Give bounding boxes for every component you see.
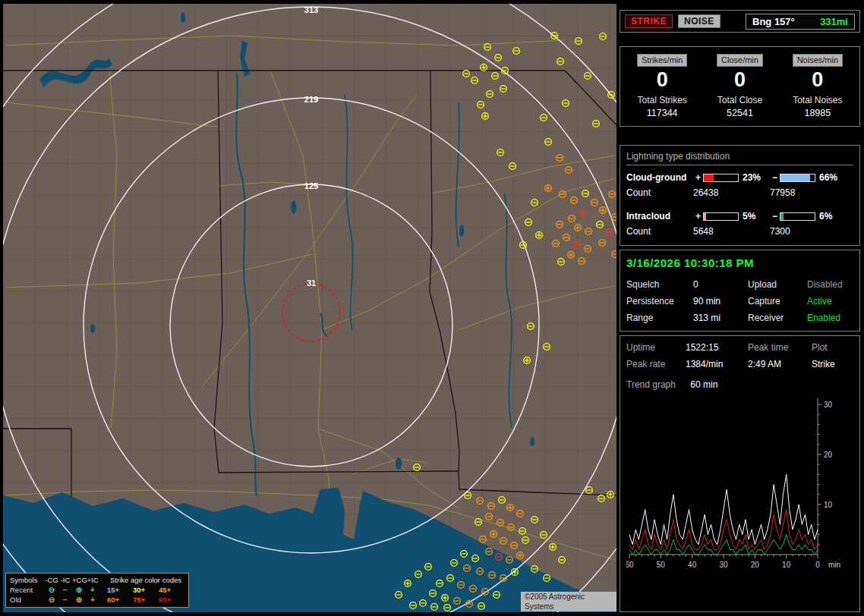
close-rate-column: Close/min 0 Total Close 52541: [701, 54, 778, 118]
copyright-notice: ©2005 Astrogenic Systems: [521, 592, 616, 611]
trend-x-tick-label: 40: [688, 561, 697, 569]
trend-y-tick-label: 30: [824, 401, 833, 409]
persistence-value: 90 min: [693, 296, 748, 306]
range-label: Range: [626, 313, 693, 323]
bearing-distance: 331mi: [820, 16, 848, 27]
legend-symbol-icon: ⊖: [45, 585, 58, 595]
ic-minus-count: 7300: [770, 226, 845, 237]
plus-sign: +: [693, 211, 703, 222]
legend-age-code: 30+: [133, 585, 159, 595]
stats-trend-panel: Uptime 1522:15 Peak time Plot Peak rate …: [620, 335, 860, 612]
range-label-31: 31: [307, 278, 316, 288]
uptime-value: 1522:15: [686, 342, 748, 353]
persistence-label: Persistence: [626, 296, 693, 306]
cg-plus-pct: 23%: [743, 172, 770, 183]
range-label-125: 125: [304, 181, 318, 190]
range-label-313: 313: [304, 5, 318, 14]
total-strikes-value: 117344: [647, 108, 678, 118]
legend-symbol-icon: −: [58, 595, 72, 605]
map-legend: Symbols -CG -IC +CG +IC Strike age color…: [5, 573, 189, 608]
ic-plus-pct: 5%: [743, 211, 770, 222]
peak-rate-value: 1384/min: [686, 359, 748, 369]
ic-minus-bar-fill: [780, 213, 784, 220]
legend-symbol-icon: ⊕: [72, 595, 86, 605]
map-canvas[interactable]: 313 219 125 31: [3, 4, 616, 612]
minus-sign: −: [770, 211, 780, 222]
distribution-panel: Lightning type distribution Cloud-ground…: [620, 145, 860, 246]
plot-label: Plot: [812, 342, 853, 353]
trend-x-tick-label: 50: [657, 561, 666, 569]
rates-panel: Strikes/min 0 Total Strikes 117344 Close…: [620, 46, 860, 127]
intracloud-label: Intracloud: [626, 211, 693, 222]
strike-mode-button[interactable]: STRIKE: [625, 14, 673, 28]
trend-graph-header: Trend graph 60 min: [626, 379, 853, 390]
legend-symbols-header: Symbols: [10, 575, 45, 585]
stats-grid: Uptime 1522:15 Peak time Plot Peak rate …: [626, 342, 853, 369]
minus-sign: −: [770, 172, 780, 183]
cg-plus-bar-fill: [704, 174, 714, 181]
trend-graph-label: Trend graph: [626, 379, 676, 390]
noises-per-min-value: 0: [812, 67, 823, 93]
upload-label: Upload: [748, 279, 807, 290]
ic-minus-pct: 6%: [819, 211, 845, 222]
legend-age-code: 45+: [159, 585, 184, 595]
total-noises-value: 18985: [804, 108, 831, 118]
total-close-label: Total Close: [717, 95, 762, 105]
noise-mode-button[interactable]: NOISE: [678, 14, 721, 28]
uptime-label: Uptime: [626, 342, 686, 353]
trend-x-tick-label: 20: [751, 561, 760, 569]
close-per-min-chip: Close/min: [717, 54, 763, 67]
peak-rate-label: Peak rate: [626, 359, 686, 369]
legend-row: Recent⊖−⊕+15+30+45+: [10, 585, 184, 595]
range-value: 313 mi: [693, 313, 748, 323]
legend-symbol-icon: −: [58, 585, 72, 595]
distribution-grid: Cloud-ground + 23% − 66% Count 26438 779…: [626, 172, 853, 237]
strikes-per-min-chip: Strikes/min: [637, 54, 687, 67]
legend-row: Old⊖−⊕+60+75+90+: [10, 595, 184, 605]
sidebar: STRIKE NOISE Bng 157° 331mi Strikes/min …: [620, 4, 860, 612]
receiver-label: Receiver: [748, 313, 807, 323]
capture-status: Active: [807, 296, 853, 306]
mode-panel: STRIKE NOISE Bng 157° 331mi: [620, 10, 860, 33]
distribution-title: Lightning type distribution: [626, 151, 853, 165]
cg-minus-pct: 66%: [819, 172, 845, 183]
trend-x-tick-label: 30: [719, 561, 728, 569]
trend-x-tick-label: 60: [626, 561, 634, 569]
cg-minus-bar: [780, 174, 815, 182]
squelch-value: 0: [693, 279, 748, 290]
legend-symbol-icon: ⊖: [45, 595, 58, 605]
cg-minus-count: 77958: [770, 187, 845, 198]
receiver-status: Enabled: [807, 313, 853, 323]
noises-per-min-chip: Noises/min: [793, 54, 843, 67]
lightning-map[interactable]: 313 219 125 31 Symbols -CG -IC +CG +IC S…: [3, 4, 616, 612]
datetime-display: 3/16/2026 10:30:18 PM: [626, 256, 853, 269]
ic-count-label: Count: [626, 226, 693, 237]
legend-type-pos-ic: +IC: [86, 575, 99, 585]
peak-time-label: Peak time: [748, 342, 812, 353]
legend-age-code: 75+: [133, 595, 159, 605]
legend-header-row: Symbols -CG -IC +CG +IC Strike age color…: [10, 575, 184, 585]
trend-x-tick-label: 0: [815, 561, 820, 569]
cloud-ground-label: Cloud-ground: [626, 172, 693, 183]
trend-x-unit-label: min: [828, 561, 840, 569]
legend-rows: Recent⊖−⊕+15+30+45+Old⊖−⊕+60+75+90+: [10, 585, 184, 605]
cg-plus-count: 26438: [693, 187, 770, 198]
legend-type-neg-ic: -IC: [58, 575, 72, 585]
trend-graph-chart: 1020306050403020100min: [626, 394, 854, 582]
trend-graph-range: 60 min: [690, 379, 717, 390]
legend-age-title: Strike age color codes: [107, 575, 184, 585]
upload-status: Disabled: [807, 279, 853, 290]
legend-age-code: 90+: [159, 595, 184, 605]
ic-plus-count: 5648: [693, 226, 770, 237]
total-strikes-label: Total Strikes: [637, 95, 686, 105]
cg-count-label: Count: [626, 187, 693, 198]
cg-plus-bar: [703, 174, 739, 182]
legend-row-label: Recent: [10, 585, 45, 595]
close-per-min-value: 0: [734, 67, 746, 93]
strikes-per-min-value: 0: [657, 67, 668, 93]
status-panel: 3/16/2026 10:30:18 PM Squelch 0 Upload D…: [620, 250, 860, 332]
total-close-value: 52541: [727, 108, 753, 118]
trend-y-tick-label: 10: [824, 501, 833, 509]
total-noises-label: Total Noises: [793, 95, 842, 105]
legend-row-label: Old: [10, 595, 45, 605]
